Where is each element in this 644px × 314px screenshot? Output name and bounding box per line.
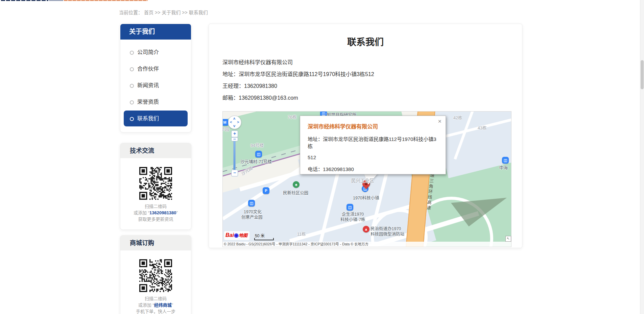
map-label: 76栋 bbox=[288, 114, 296, 120]
zhonghai-poi-icon[interactable]: ◫ bbox=[502, 157, 509, 164]
close-icon[interactable]: × bbox=[438, 118, 442, 125]
sidebar-item-partners[interactable]: 合作伙伴 bbox=[124, 61, 188, 77]
zoom-slider-handle[interactable]: – bbox=[231, 137, 238, 141]
bullet-icon bbox=[130, 51, 134, 55]
breadcrumb: 当前位置：首页>>关于我们>>联系我们 bbox=[119, 9, 209, 16]
content-card: 联系我们 深圳市经纬科学仪器有限公司 地址：深圳市龙华区民治街道民康路112号1… bbox=[209, 24, 522, 248]
park-icon[interactable]: ♣ bbox=[293, 181, 300, 188]
sidebar-item-label: 公司简介 bbox=[137, 49, 159, 55]
tech-card-title: 技术交流 bbox=[120, 143, 191, 158]
sidebar-item-label: 荣誉资质 bbox=[137, 99, 159, 105]
breadcrumb-sep: >> bbox=[182, 10, 187, 15]
sidebar-about-card: 关于我们 公司简介 合作伙伴 新闻资讯 荣誉资质 联系我们 bbox=[120, 24, 191, 132]
pan-right-icon[interactable]: > bbox=[237, 120, 239, 124]
top-strip-gray bbox=[49, 0, 63, 1]
map-label: 创意产业园 bbox=[241, 214, 263, 220]
mall-card-title: 商城订购 bbox=[120, 236, 191, 250]
bullet-icon bbox=[130, 84, 134, 88]
map-label: 中海 bbox=[499, 164, 508, 171]
map-pan-control[interactable]: ʌ v < > bbox=[228, 116, 241, 129]
sidebar-mall-card: 商城订购 扫描二维码 或添加 “经纬商城” 手机下单，快人一步 bbox=[120, 235, 191, 314]
sidebar-item-news[interactable]: 新闻资讯 bbox=[124, 77, 188, 93]
breadcrumb-home-link[interactable]: 首页 bbox=[144, 10, 153, 15]
map-label: 沙元埔村-71号楼 bbox=[240, 158, 272, 165]
breadcrumb-current-link[interactable]: 联系我们 bbox=[189, 10, 208, 15]
top-strip-navy bbox=[1, 0, 48, 1]
tech-phone-highlight: 13620981380 bbox=[149, 210, 176, 215]
map-label: 民兴工业区 bbox=[351, 177, 374, 184]
sidebar-tech-card: 技术交流 扫描二维码 或添加 “13620981380” 获取更多更新资讯 bbox=[120, 143, 191, 230]
metro-station-icon[interactable]: M bbox=[222, 119, 228, 126]
mall-name-highlight: 经纬商城 bbox=[154, 303, 172, 308]
company-address: 地址：深圳市龙华区民治街道民康路112号1970科技小镇3栋512 bbox=[222, 70, 374, 78]
scrollbar-track[interactable] bbox=[640, 0, 644, 314]
company-email: 邮箱：13620981380@163.com bbox=[222, 93, 298, 101]
map-label: 华园 bbox=[222, 126, 229, 132]
map-scale-label: 50 米 bbox=[255, 233, 265, 238]
infowindow-address-line2: 512 bbox=[308, 154, 438, 160]
map-label: 科技小镇-7栋 bbox=[340, 216, 365, 222]
scrollbar-thumb[interactable] bbox=[641, 60, 644, 89]
sidebar-item-honors[interactable]: 荣誉资质 bbox=[124, 94, 188, 110]
caption-line2-suffix: ” bbox=[172, 303, 173, 308]
pan-up-icon[interactable]: ʌ bbox=[233, 116, 235, 120]
tech-qr-caption: 扫描二维码 或添加 “13620981380” 获取更多更新资讯 bbox=[120, 203, 191, 222]
fire-station-icon[interactable]: ▲ bbox=[363, 226, 369, 233]
caption-line2-prefix: 或添加 “ bbox=[138, 303, 154, 308]
map-label: 民新社区公园 bbox=[283, 189, 308, 196]
tech-qr-code bbox=[139, 167, 172, 200]
baidu-logo-suffix: 地图 bbox=[239, 233, 247, 238]
map-corner-arrow-button[interactable]: ↖ bbox=[505, 236, 511, 242]
infowindow-title: 深圳市经纬科学仪器有限公司 bbox=[308, 122, 438, 130]
baidu-map[interactable]: 珠三角环线高速 ʌ v < > + – − M ◫ ◫ P ♣ ◫ ◫ ▲ ◫ … bbox=[222, 111, 511, 247]
map-label: 科技园微型消防站 bbox=[371, 231, 404, 237]
company-name: 深圳市经纬科学仪器有限公司 bbox=[222, 58, 293, 66]
bullet-icon bbox=[130, 117, 134, 121]
caption-line1: 扫描二维码 bbox=[145, 204, 167, 209]
breadcrumb-label: 当前位置： bbox=[119, 10, 143, 15]
caption-line3: 手机下单，快人一步 bbox=[136, 309, 175, 314]
infowindow-phone: 电话：13620981380 bbox=[308, 165, 438, 172]
sidebar-about-title: 关于我们 bbox=[120, 24, 191, 40]
sidebar-item-company-profile[interactable]: 公司简介 bbox=[124, 44, 188, 60]
bullet-icon bbox=[130, 67, 134, 71]
baidu-logo[interactable]: Bai◉地图 bbox=[224, 231, 249, 240]
sidebar-item-label: 新闻资讯 bbox=[137, 82, 159, 88]
map-copyright: © 2022 Baidu - GS(2021)6026号 - 甲测资字11111… bbox=[223, 242, 511, 247]
qishenghuo-poi-icon[interactable]: ◫ bbox=[347, 204, 353, 211]
sidebar-item-label: 联系我们 bbox=[137, 116, 159, 121]
caption-line2-suffix: ” bbox=[176, 210, 178, 215]
sidebar-item-contact-active[interactable]: 联系我们 bbox=[124, 111, 188, 126]
page-title: 联系我们 bbox=[209, 35, 522, 48]
pan-down-icon[interactable]: v bbox=[233, 124, 235, 128]
creative-park-icon[interactable]: ◫ bbox=[248, 200, 255, 207]
zoom-out-button[interactable]: − bbox=[231, 170, 238, 176]
map-label: 94号楼 bbox=[251, 142, 264, 148]
breadcrumb-about-link[interactable]: 关于我们 bbox=[162, 10, 181, 15]
map-infowindow: × 深圳市经纬科学仪器有限公司 地址：深圳市龙华区民治街道民康路112号1970… bbox=[300, 116, 446, 174]
baidu-logo-text: Bai bbox=[225, 232, 234, 238]
caption-line3: 获取更多更新资讯 bbox=[138, 217, 173, 222]
caption-line1: 扫描二维码 bbox=[145, 296, 167, 301]
mall-qr-code bbox=[139, 259, 172, 292]
breadcrumb-sep: >> bbox=[155, 10, 160, 15]
map-label: 1970科技小镇 bbox=[353, 194, 379, 201]
caption-line2-prefix: 或添加 “ bbox=[134, 210, 149, 215]
infowindow-address-line1: 地址：深圳市龙华区民治街道民康路112号1970科技小镇3栋 bbox=[308, 135, 438, 149]
top-strip-orange bbox=[64, 0, 148, 1]
map-scale-bar bbox=[254, 238, 274, 240]
parking-icon[interactable]: P bbox=[263, 187, 269, 194]
map-label: 42栋 bbox=[453, 114, 462, 121]
mall-qr-caption: 扫描二维码 或添加 “经纬商城” 手机下单，快人一步 bbox=[120, 295, 191, 314]
sidebar-menu: 公司简介 合作伙伴 新闻资讯 荣誉资质 联系我们 bbox=[120, 40, 191, 132]
map-label: 43栋 bbox=[478, 124, 486, 131]
map-label: 11栋 bbox=[297, 231, 306, 237]
sidebar-item-label: 合作伙伴 bbox=[137, 66, 159, 72]
village-poi-icon[interactable]: ◫ bbox=[255, 151, 262, 158]
pan-left-icon[interactable]: < bbox=[230, 120, 232, 124]
bullet-icon bbox=[130, 100, 134, 104]
company-phone: 王经理：13620981380 bbox=[222, 81, 277, 90]
baidu-paw-icon: ◉ bbox=[234, 232, 239, 238]
zoom-slider-track[interactable] bbox=[233, 137, 236, 172]
